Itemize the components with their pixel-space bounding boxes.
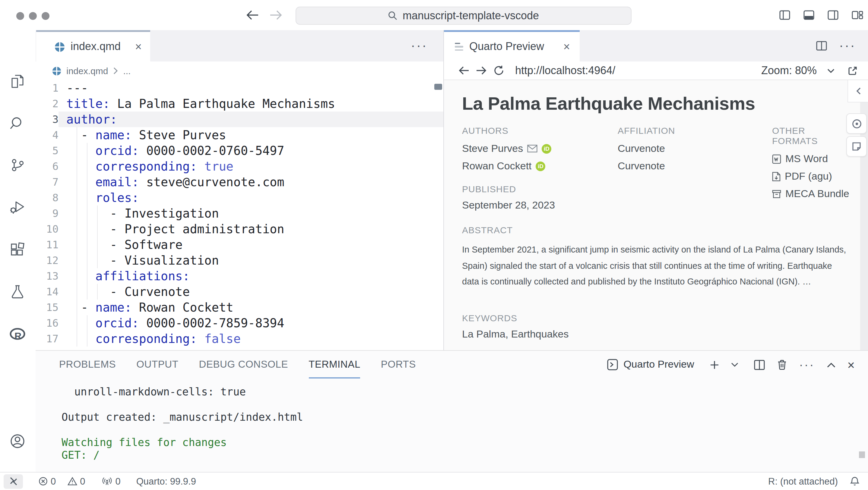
code-line[interactable]: 1--- bbox=[36, 80, 443, 96]
close-panel-icon[interactable]: × bbox=[847, 358, 855, 371]
terminal-output[interactable]: unroll-markdown-cells: trueOutput create… bbox=[36, 386, 868, 462]
search-icon[interactable] bbox=[10, 116, 25, 131]
code-line[interactable]: 4 - name: Steve Purves bbox=[36, 127, 443, 143]
search-icon bbox=[388, 11, 398, 21]
preview-back-icon[interactable] bbox=[459, 66, 469, 75]
split-terminal-icon[interactable] bbox=[754, 360, 765, 370]
problems-status[interactable]: 0 0 bbox=[39, 476, 85, 487]
preview-note-icon[interactable] bbox=[846, 136, 867, 157]
panel-tab-terminal[interactable]: TERMINAL bbox=[309, 351, 361, 379]
maximize-panel-icon[interactable] bbox=[827, 362, 835, 367]
panel-tab-output[interactable]: OUTPUT bbox=[136, 351, 178, 379]
code-token: - Visualization bbox=[66, 253, 219, 268]
history-back-icon[interactable] bbox=[246, 10, 259, 21]
code-line[interactable]: 11 - Software bbox=[36, 237, 443, 253]
code-line[interactable]: 9 - Investigation bbox=[36, 205, 443, 221]
zoom-chevron-down-icon[interactable] bbox=[827, 68, 835, 73]
close-tab-icon[interactable]: × bbox=[135, 41, 142, 53]
extensions-icon[interactable] bbox=[10, 242, 25, 258]
toggle-panel-icon[interactable] bbox=[803, 10, 814, 20]
new-terminal-icon[interactable] bbox=[710, 360, 719, 369]
toggle-secondary-sidebar-icon[interactable] bbox=[828, 10, 838, 20]
terminal-scrollbar-thumb[interactable] bbox=[859, 451, 865, 458]
code-line[interactable]: 7 email: steve@curvenote.com bbox=[36, 174, 443, 190]
indent-guide bbox=[87, 315, 88, 347]
preview-reload-icon[interactable] bbox=[493, 65, 504, 76]
tab-label: index.qmd bbox=[70, 40, 121, 53]
run-debug-icon[interactable] bbox=[10, 199, 25, 215]
quarto-version[interactable]: Quarto: 99.9.9 bbox=[136, 476, 196, 487]
collapse-panel-icon[interactable] bbox=[847, 80, 868, 102]
source-control-icon[interactable] bbox=[10, 157, 25, 173]
r-status[interactable]: R: (not attached) bbox=[768, 476, 838, 487]
open-external-icon[interactable] bbox=[847, 65, 858, 76]
published-date: September 28, 2023 bbox=[462, 199, 555, 211]
preview-forward-icon[interactable] bbox=[476, 66, 487, 75]
zoom-level[interactable]: Zoom: 80% bbox=[761, 64, 817, 77]
kill-terminal-icon[interactable] bbox=[777, 359, 787, 370]
format-link[interactable]: MS Word bbox=[772, 150, 849, 168]
panel-tab-ports[interactable]: PORTS bbox=[381, 351, 416, 379]
indent-guide bbox=[97, 205, 98, 268]
code-token bbox=[197, 331, 205, 346]
format-link[interactable]: MECA Bundle bbox=[772, 185, 849, 202]
preview-eye-icon[interactable] bbox=[846, 113, 867, 134]
minimize-window-button[interactable] bbox=[29, 12, 37, 20]
tab-index-qmd[interactable]: index.qmd × bbox=[36, 30, 150, 62]
code-line[interactable]: 3author: bbox=[36, 111, 443, 127]
customize-layout-icon[interactable] bbox=[852, 10, 863, 20]
code-line[interactable]: 16 orcid: 0000-0002-7859-8394 bbox=[36, 315, 443, 331]
account-icon[interactable] bbox=[10, 433, 25, 449]
code-line[interactable]: 14 - Curvenote bbox=[36, 284, 443, 299]
code-line[interactable]: 17 corresponding: false bbox=[36, 331, 443, 347]
preview-more-actions-icon[interactable]: ··· bbox=[839, 39, 856, 53]
breadcrumb-ellipsis[interactable]: ... bbox=[123, 66, 131, 76]
breadcrumb[interactable]: index.qmd ... bbox=[36, 62, 443, 80]
code-token: true bbox=[205, 159, 234, 173]
command-center-search[interactable]: manuscript-template-vscode bbox=[296, 7, 631, 25]
scrollbar-thumb[interactable] bbox=[434, 84, 442, 90]
panel-tab-problems[interactable]: PROBLEMS bbox=[59, 351, 116, 379]
panel-tab-debug-console[interactable]: DEBUG CONSOLE bbox=[199, 351, 288, 379]
editor-more-actions-icon[interactable]: ··· bbox=[411, 30, 428, 62]
code-line[interactable]: 15 - name: Rowan Cockett bbox=[36, 299, 443, 315]
tab-quarto-preview[interactable]: Quarto Preview × bbox=[444, 30, 580, 62]
code-editor[interactable]: 1---2title: La Palma Earthquake Mechanis… bbox=[36, 80, 443, 350]
breadcrumb-file[interactable]: index.qmd bbox=[66, 66, 108, 76]
r-language-icon[interactable]: R bbox=[10, 327, 25, 342]
code-token: email: bbox=[95, 175, 139, 189]
preview-url[interactable]: http://localhost:4964/ bbox=[515, 64, 615, 77]
preview-document[interactable]: La Palma Earthquake Mechanisms AUTHORS S… bbox=[444, 80, 868, 350]
toggle-primary-sidebar-icon[interactable] bbox=[779, 10, 790, 20]
close-tab-icon[interactable]: × bbox=[563, 41, 570, 53]
email-icon[interactable] bbox=[527, 145, 537, 153]
history-forward-icon[interactable] bbox=[270, 10, 282, 21]
code-line[interactable]: 5 orcid: 0000-0002-0760-5497 bbox=[36, 143, 443, 159]
zoom-window-button[interactable] bbox=[42, 12, 50, 20]
code-line[interactable]: 2title: La Palma Earthquake Mechanisms bbox=[36, 96, 443, 111]
keywords-label: KEYWORDS bbox=[462, 313, 568, 323]
split-editor-icon[interactable] bbox=[816, 41, 827, 51]
explorer-icon[interactable] bbox=[10, 73, 25, 89]
orcid-icon[interactable]: iD bbox=[536, 161, 546, 171]
orcid-icon[interactable]: iD bbox=[542, 144, 551, 153]
terminal-dropdown-chevron-icon[interactable] bbox=[731, 362, 738, 367]
terminal-line bbox=[36, 398, 868, 411]
line-content: --- bbox=[59, 80, 443, 96]
format-link[interactable]: PDF (agu) bbox=[772, 168, 849, 185]
affiliation-row: Curvenote bbox=[618, 157, 675, 175]
terminal-session[interactable]: Quarto Preview bbox=[607, 359, 694, 371]
notifications-bell-icon[interactable] bbox=[850, 476, 860, 486]
remote-indicator[interactable] bbox=[4, 474, 23, 489]
code-line[interactable]: 12 - Visualization bbox=[36, 253, 443, 268]
code-line[interactable]: 13 affiliations: bbox=[36, 268, 443, 284]
terminal-line: Watching files for changes bbox=[36, 436, 868, 449]
code-line[interactable]: 6 corresponding: true bbox=[36, 159, 443, 174]
ports-status[interactable]: 0 bbox=[102, 476, 121, 487]
close-window-button[interactable] bbox=[16, 12, 24, 20]
panel-more-actions-icon[interactable]: ··· bbox=[799, 359, 815, 371]
testing-icon[interactable] bbox=[10, 284, 25, 299]
code-line[interactable]: 8 roles: bbox=[36, 190, 443, 205]
code-line[interactable]: 10 - Project administration bbox=[36, 221, 443, 237]
line-content: - Investigation bbox=[59, 205, 443, 221]
